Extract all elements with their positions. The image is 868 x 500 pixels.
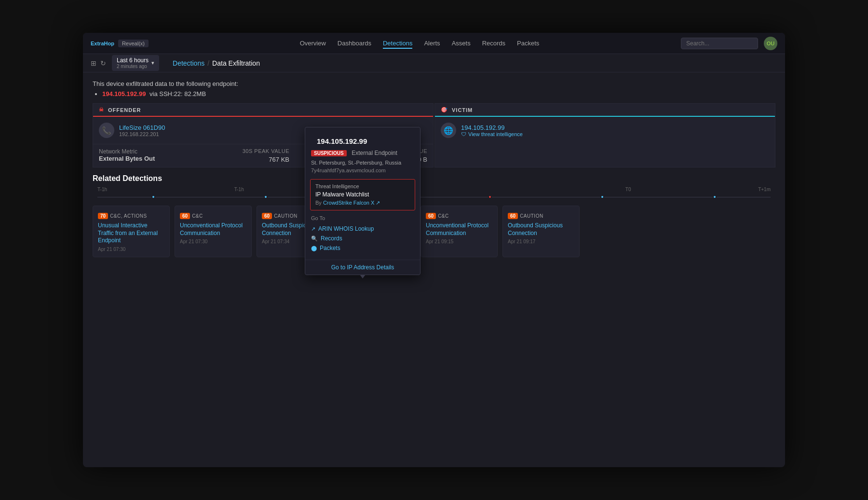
card-1-badge: 60 C&C — [180, 213, 203, 219]
panels-row: ☠ OFFENDER 📞 LifeSize 061D90 192.168.222… — [93, 103, 775, 167]
target-icon: 🎯 — [441, 107, 448, 113]
external-link-icon: ↗ — [376, 200, 380, 206]
threat-intel-title: Threat Intelligence — [315, 183, 410, 189]
layout-icon[interactable]: ⊞ — [91, 59, 96, 67]
card-0-date: Apr 21 07:30 — [98, 247, 164, 252]
popup-arrow — [360, 275, 366, 278]
refresh-icon[interactable]: ↻ — [100, 59, 106, 67]
t-label-5: T+1m — [758, 187, 771, 192]
threat-intel-by-text: By — [315, 200, 322, 206]
threat-link-label: View threat intelligence — [468, 131, 523, 137]
navbar: ExtraHop Reveal(x) Overview Dashboards D… — [83, 33, 785, 54]
shield-icon: 🛡 — [461, 131, 466, 137]
device-name[interactable]: LifeSize 061D90 — [119, 124, 165, 131]
card-5-badge: 60 CAUTION — [508, 213, 543, 219]
metric-label: Network Metric — [99, 148, 155, 155]
brand-logo: ExtraHop — [91, 41, 114, 46]
card-5-title[interactable]: Outbound Suspicious Connection — [508, 222, 574, 237]
subbar: ⊞ ↻ Last 6 hours 2 minutes ago ▾ Detecti… — [83, 54, 785, 72]
card-0-score: 70 — [98, 213, 108, 219]
nav-links: Overview Dashboards Detections Alerts As… — [158, 38, 681, 49]
card-2-score: 60 — [262, 213, 272, 219]
timeline-dot-4 — [600, 195, 604, 199]
goto-packets[interactable]: ⬤ Packets — [311, 243, 414, 253]
popup-ip: 194.105.192.99 — [311, 132, 414, 148]
threat-intel-name: IP Malware Watchlist — [315, 191, 410, 198]
card-0-title[interactable]: Unusual Interactive Traffic from an Exte… — [98, 222, 164, 245]
device-ip: 192.168.222.201 — [119, 131, 165, 137]
device-info: LifeSize 061D90 192.168.222.201 — [119, 124, 165, 137]
popup-badge: SUSPICIOUS — [311, 150, 347, 156]
card-2-badge: 60 CAUTION — [262, 213, 298, 219]
popup-location: St. Petersburg, St.-Petersburg, Russia — [311, 160, 414, 167]
card-4-title[interactable]: Unconventional Protocol Communication — [426, 222, 492, 237]
t-label-0: T-1h — [97, 187, 107, 192]
nav-detections[interactable]: Detections — [383, 38, 412, 49]
victim-body: 🌐 194.105.192.99 🛡 View threat intellige… — [435, 117, 775, 144]
skull-icon: ☠ — [99, 107, 104, 113]
nav-dashboards[interactable]: Dashboards — [338, 38, 371, 49]
victim-device-info: 194.105.192.99 🛡 View threat intelligenc… — [461, 124, 523, 137]
avatar: OU — [764, 37, 777, 50]
offender-title: OFFENDER — [108, 107, 141, 113]
device-icon: 📞 — [99, 123, 114, 138]
timeline: T-1h T-1h T0 T+1m — [93, 187, 775, 200]
victim-ip[interactable]: 194.105.192.99 — [461, 124, 523, 131]
peak-label: 30s Peak Value — [243, 148, 289, 154]
breadcrumb-current: Data Exfiltration — [212, 59, 260, 67]
exfil-ip[interactable]: 194.105.192.99 — [102, 90, 146, 97]
threat-intel-by: By CrowdStrike Falcon X ↗ — [315, 200, 410, 206]
nav-alerts[interactable]: Alerts — [424, 38, 440, 49]
card-2-category: CAUTION — [274, 213, 298, 219]
card-1-title[interactable]: Unconventional Protocol Communication — [180, 222, 246, 237]
victim-header: 🎯 VICTIM — [435, 104, 775, 117]
detection-card-4: 60 C&C Unconventional Protocol Communica… — [420, 206, 498, 257]
nav-right: OU — [681, 37, 777, 50]
breadcrumb-link[interactable]: Detections — [173, 59, 204, 67]
related-header: Related Detections — [93, 174, 775, 183]
chevron-down-icon: ▾ — [151, 60, 154, 66]
card-5-category: CAUTION — [520, 213, 543, 219]
exfil-info: This device exfiltrated data to the foll… — [93, 80, 775, 97]
time-control[interactable]: Last 6 hours 2 minutes ago ▾ — [112, 55, 159, 71]
nav-assets[interactable]: Assets — [452, 38, 471, 49]
goto-ip-details[interactable]: Go to IP Address Details — [311, 264, 414, 271]
timeline-dots — [97, 195, 771, 199]
popup-footer: Go to IP Address Details — [305, 260, 420, 275]
card-4-category: C&C — [438, 213, 449, 219]
goto-records[interactable]: 🔍 Records — [311, 234, 414, 243]
victim-panel: 🎯 VICTIM 🌐 194.105.192.99 🛡 View threat … — [434, 103, 775, 167]
goto-arin-label: ARIN WHOIS Lookup — [318, 225, 374, 232]
timeline-dot-1 — [264, 195, 268, 199]
goto-packets-label: Packets — [320, 245, 340, 251]
search-icon-records: 🔍 — [311, 236, 318, 242]
popup-domain: 7y4ruahfdf7ya.avsvmcloud.com — [311, 167, 414, 177]
timeline-bar — [97, 194, 771, 200]
card-5-date: Apr 21 09:17 — [508, 239, 574, 244]
goto-arin[interactable]: ↗ ARIN WHOIS Lookup — [311, 224, 414, 234]
external-link-icon-arin: ↗ — [311, 226, 315, 232]
card-4-badge: 60 C&C — [426, 213, 449, 219]
main-content: This device exfiltrated data to the foll… — [83, 72, 785, 265]
detection-card-1: 60 C&C Unconventional Protocol Communica… — [175, 206, 252, 257]
card-1-category: C&C — [192, 213, 203, 219]
threat-intel-provider: CrowdStrike Falcon X — [323, 200, 374, 206]
popup-goto: Go To ↗ ARIN WHOIS Lookup 🔍 Records ⬤ Pa… — [305, 210, 420, 256]
threat-link[interactable]: 🛡 View threat intelligence — [461, 131, 523, 137]
card-1-score: 60 — [180, 213, 190, 219]
card-4-date: Apr 21 09:15 — [426, 239, 492, 244]
goto-records-label: Records — [321, 235, 342, 242]
popup-ip-area: 194.105.192.99 SUSPICIOUS External Endpo… — [305, 127, 420, 179]
related-detections-section: Related Detections T-1h T-1h T0 T+1m — [93, 174, 775, 257]
exfil-via: via SSH:22: 82.2MB — [149, 90, 206, 97]
nav-packets[interactable]: Packets — [517, 38, 539, 49]
breadcrumb-sep: / — [207, 59, 209, 67]
nav-overview[interactable]: Overview — [300, 38, 326, 49]
card-4-score: 60 — [426, 213, 436, 219]
threat-intel-link[interactable]: CrowdStrike Falcon X ↗ — [323, 200, 380, 206]
search-input[interactable] — [681, 38, 758, 49]
nav-records[interactable]: Records — [482, 38, 505, 49]
t-label-4: T0 — [625, 187, 631, 192]
detection-card-0: 70 C&C, ACTIONS Unusual Interactive Traf… — [93, 206, 170, 257]
detection-cards: 70 C&C, ACTIONS Unusual Interactive Traf… — [93, 206, 775, 257]
